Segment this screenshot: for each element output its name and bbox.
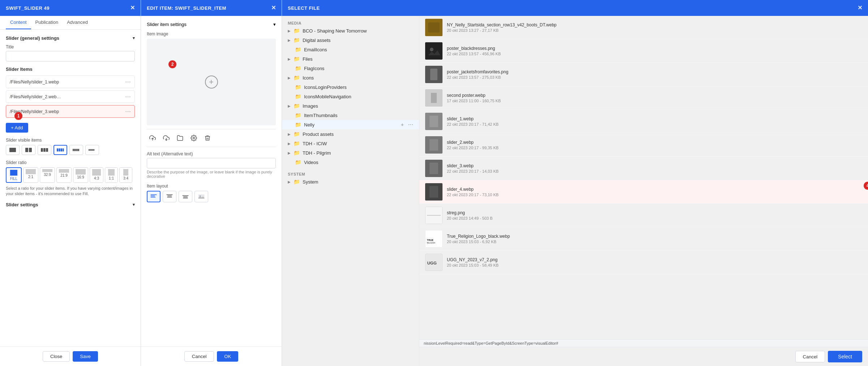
slider-settings-section: Slider settings ▾ (6, 202, 135, 207)
pa-folder-icon: 📁 (294, 131, 300, 137)
ratio-2-1[interactable]: 2:1 (23, 167, 38, 183)
alt-text-input[interactable] (147, 158, 276, 168)
svg-rect-30 (183, 195, 189, 196)
visible-1-icon[interactable] (6, 145, 20, 155)
save-button[interactable]: Save (73, 351, 98, 362)
ratio-1-1[interactable]: 1:1 (105, 167, 118, 183)
file-thumb (425, 136, 442, 154)
left-close-icon[interactable]: ✕ (130, 5, 135, 11)
middle-close-icon[interactable]: ✕ (271, 5, 276, 11)
tree-item-product-assets[interactable]: ▶ 📁 Product assets (282, 129, 419, 139)
layout-center-middle-icon[interactable] (179, 191, 192, 202)
upload-tool-button[interactable] (147, 132, 158, 144)
slider-item-menu-icon[interactable]: ⋯ (125, 108, 131, 115)
right-cancel-button[interactable]: Cancel (795, 351, 825, 362)
ratio-32-9[interactable]: 32:9 (40, 167, 55, 183)
item-image-area[interactable]: 2 + (147, 39, 276, 125)
file-item-streg[interactable]: streg.png 20 okt 2023 14:49 - 503 B (419, 204, 868, 227)
folder-tool-button[interactable] (174, 132, 186, 144)
tab-publication[interactable]: Publication (31, 16, 63, 29)
visible-6-icon[interactable] (85, 145, 99, 155)
file-item-poster-black[interactable]: poster_blackdresses.png 22 okt 2023 13:5… (419, 39, 868, 63)
right-close-icon[interactable]: ✕ (858, 5, 863, 11)
slider-settings-header[interactable]: Slider settings ▾ (6, 202, 135, 207)
file-item-true-religion[interactable]: TRUERELIGION True_Religion_Logo_black.we… (419, 227, 868, 251)
slider-item-menu-icon[interactable]: ⋯ (125, 78, 131, 85)
svg-rect-25 (151, 196, 155, 197)
svg-rect-28 (167, 196, 172, 197)
ratio-3-4[interactable]: 3:4 (119, 167, 132, 183)
file-item-poster-jackets[interactable]: poster_jacketsfromfavorites.png 22 okt 2… (419, 63, 868, 86)
add-slider-item-button[interactable]: + Add (6, 123, 28, 133)
tree-item-icons-mobile[interactable]: 📁 IconsMobileNavigation (282, 92, 419, 101)
tab-content[interactable]: Content (6, 16, 31, 29)
tree-item-item-thumbnails[interactable]: 📁 ItemThumbnails (282, 111, 419, 120)
tree-item-icons-login[interactable]: 📁 IconsLoginProviders (282, 82, 419, 92)
file-item-ugg[interactable]: UGG UGG_NY_2023_v7_2.png 20 okt 2023 15:… (419, 251, 868, 274)
add-image-icon[interactable]: + (205, 76, 218, 89)
file-thumb (425, 183, 442, 201)
visible-5-icon[interactable] (69, 145, 83, 155)
svg-rect-19 (93, 149, 93, 151)
visible-items-section: Slider visible items (6, 138, 135, 155)
file-item-ny-nelly[interactable]: NY_Nelly_Startsida_section_row13_v42_boo… (419, 16, 868, 39)
file-info: slider_2.webp 22 okt 2023 20:17 - 99,35 … (447, 140, 862, 150)
ratio-21-9[interactable]: 21:9 (56, 167, 72, 183)
svg-rect-6 (57, 148, 58, 152)
file-item-slider-3[interactable]: slider_3.webp 22 okt 2023 20:17 - 14,03 … (419, 157, 868, 180)
file-item-second-poster[interactable]: second poster.webp 17 okt 2023 11:00 - 1… (419, 86, 868, 110)
slider-items-label: Slider Items (6, 66, 135, 72)
tree-item-bco[interactable]: ▶ 📁 BCO - Shaping New Tomorrow (282, 26, 419, 35)
tree-item-tdh-iciw[interactable]: ▶ 📁 TDH - ICIW (282, 139, 419, 148)
middle-ok-button[interactable]: OK (217, 351, 238, 362)
general-settings-section[interactable]: Slider (general) settings ▾ (6, 35, 135, 41)
slider-item-menu-icon[interactable]: ⋯ (125, 93, 131, 100)
select-button[interactable]: Select (828, 351, 862, 362)
tree-item-tdh-pilgrim[interactable]: ▶ 📁 TDH - Pilgrim (282, 148, 419, 158)
svg-rect-1 (25, 148, 28, 152)
file-item-slider-2[interactable]: slider_2.webp 22 okt 2023 20:17 - 99,35 … (419, 133, 868, 157)
nelly-more-icon[interactable]: ⋯ (408, 122, 413, 128)
tree-item-images[interactable]: ▶ 📁 Images (282, 101, 419, 111)
ratio-4-3[interactable]: 4:3 (90, 167, 103, 183)
slider-item-row[interactable]: /Files/Nelly/slider_2.web… ⋯ (6, 90, 135, 103)
tree-item-files[interactable]: ▶ 📁 Files (282, 54, 419, 64)
imn-folder-icon: 📁 (295, 94, 301, 99)
layout-center-up-icon[interactable] (163, 191, 176, 202)
tree-item-videos[interactable]: 📁 Videos (282, 158, 419, 167)
tree-item-email-icons[interactable]: 📁 EmailIcons (282, 45, 419, 54)
visible-2-icon[interactable] (22, 145, 35, 155)
svg-rect-46 (429, 139, 438, 151)
nelly-add-icon[interactable]: + (401, 122, 404, 128)
tab-advanced[interactable]: Advanced (63, 16, 92, 29)
middle-content: Slider item settings ▾ Item image 2 + (141, 16, 282, 346)
svg-rect-9 (63, 148, 64, 152)
slider-item-row[interactable]: /Files/Nelly/slider_1.webp ⋯ (6, 76, 135, 88)
download-tool-button[interactable] (161, 132, 172, 144)
visible-4-icon[interactable] (54, 145, 67, 155)
file-info: second poster.webp 17 okt 2023 11:00 - 1… (447, 93, 862, 103)
settings-tool-button[interactable] (188, 132, 200, 144)
file-item-slider-4[interactable]: slider_4.webp 22 okt 2023 20:17 - 73,10 … (419, 180, 868, 204)
slider-item-settings-toggle[interactable]: Slider item settings ▾ (147, 22, 276, 27)
title-input[interactable] (6, 51, 135, 61)
layout-left-icon[interactable] (147, 191, 161, 202)
tree-item-system[interactable]: ▶ 📁 System (282, 177, 419, 186)
file-item-slider-1[interactable]: slider_1.webp 22 okt 2023 20:17 - 71,42 … (419, 110, 868, 133)
tree-item-digital-assets[interactable]: ▶ 📁 Digital assets (282, 35, 419, 45)
ratio-16-9[interactable]: 16:9 (73, 167, 88, 183)
middle-cancel-button[interactable]: Cancel (184, 351, 214, 362)
tree-item-icons[interactable]: ▶ 📁 Icons (282, 73, 419, 82)
visible-3-icon[interactable] (38, 145, 51, 155)
layout-image-icon[interactable] (194, 191, 208, 202)
tdh-iciw-chevron-icon: ▶ (288, 142, 291, 146)
middle-panel-title: EDIT ITEM: SWIFT_SLIDER_ITEM (147, 5, 226, 11)
icons-chevron-icon: ▶ (288, 76, 291, 80)
ratio-fill[interactable]: FILL (6, 167, 22, 183)
close-button[interactable]: Close (43, 351, 70, 362)
slider-item-row[interactable]: /Files/Nelly/slider_3.webp ⋯ (6, 105, 135, 118)
delete-tool-button[interactable] (202, 132, 213, 144)
tree-item-flag-icons[interactable]: 📁 FlagIcons (282, 64, 419, 73)
tree-item-nelly[interactable]: 📁 Nelly + ⋯ (282, 120, 419, 129)
svg-rect-48 (429, 163, 438, 174)
